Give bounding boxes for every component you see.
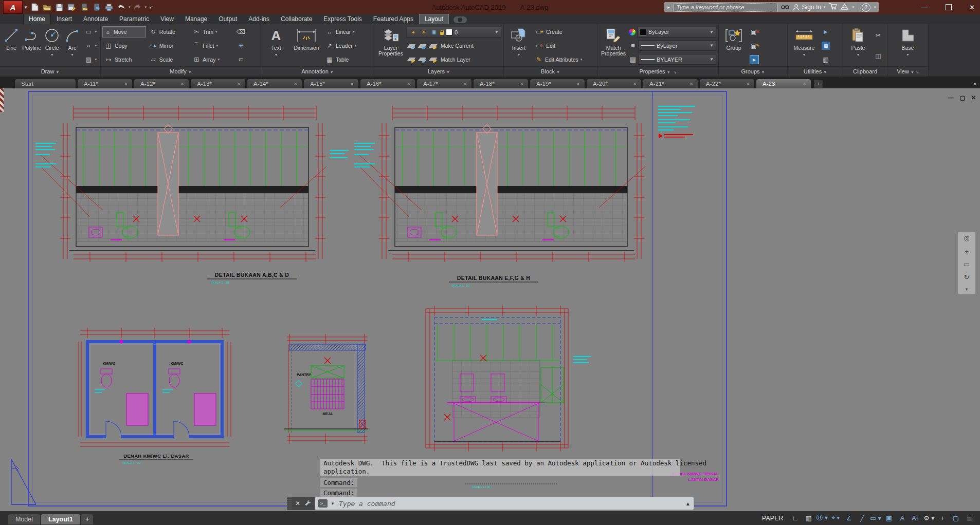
copy-button[interactable]: ◫Copy: [103, 41, 146, 51]
app-menu-caret-icon[interactable]: ▼: [24, 5, 28, 10]
file-tab-a20[interactable]: A-20*✕: [586, 79, 642, 88]
file-tab-a21[interactable]: A-21*✕: [643, 79, 698, 88]
ribbon-tab-layout[interactable]: Layout: [420, 14, 448, 24]
steering-wheel-icon[interactable]: ◎: [964, 234, 969, 242]
title-detail-efgh[interactable]: DETAIL BUKAAN E,F,G & H: [457, 275, 530, 281]
text-caret-icon[interactable]: ▼: [275, 52, 278, 58]
command-expand-icon[interactable]: ▲: [685, 501, 691, 507]
layer-select[interactable]: ● ☀ ▣ 0 ▼: [407, 27, 501, 38]
polar-icon[interactable]: ∠: [842, 513, 856, 523]
room-label-1[interactable]: KM/WC: [103, 362, 116, 365]
explode-button[interactable]: ✳: [235, 41, 259, 51]
scale-label-1[interactable]: SKALA 1 : 20: [211, 281, 229, 284]
layer-unisolate-icon[interactable]: [418, 58, 427, 61]
file-tab-a23[interactable]: A-23✕: [756, 79, 811, 88]
app-store-cart-icon[interactable]: [829, 3, 837, 12]
quick-calc-button[interactable]: ▦: [820, 41, 831, 51]
leader-button[interactable]: ↗Leader▾: [324, 41, 358, 51]
layer-lock-toggle-icon[interactable]: [429, 44, 438, 48]
plan-denah[interactable]: KM/WC KM/WC: [78, 328, 231, 446]
measure-button[interactable]: Measure ▼: [790, 25, 819, 66]
linetype-select[interactable]: BYLAYER ▼: [639, 54, 716, 65]
graphics-performance-icon[interactable]: ▢: [949, 513, 963, 523]
layer-off-icon[interactable]: [407, 58, 416, 61]
ribbon-tab-manage[interactable]: Manage: [180, 14, 212, 24]
command-customize-wrench-icon[interactable]: [304, 499, 312, 508]
stretch-button[interactable]: ↦Stretch: [103, 54, 146, 65]
properties-panel-label[interactable]: Properties ▼ ↘: [597, 66, 718, 77]
lineweight-select[interactable]: ByLayer ▼: [639, 40, 716, 51]
open-from-web-mobile-icon[interactable]: [79, 2, 89, 12]
insert-caret-icon[interactable]: ▼: [517, 52, 521, 58]
sheet-frame[interactable]: [28, 91, 727, 506]
navigation-bar[interactable]: ◎ + ▭ ↻ ▾: [957, 231, 976, 295]
layer-color-swatch[interactable]: [446, 29, 452, 35]
edit-block-button[interactable]: ▭✎Edit: [533, 41, 584, 51]
ribbon-tab-express-tools[interactable]: Express Tools: [318, 14, 367, 24]
match-properties-button[interactable]: Match Properties: [600, 25, 627, 66]
pan-icon[interactable]: +: [965, 248, 969, 255]
title-detail-abcd[interactable]: DETAIL BUKAAN A,B,C & D: [215, 272, 289, 278]
close-tab-icon[interactable]: ✕: [180, 81, 185, 87]
file-tab-a13[interactable]: A-13*✕: [190, 79, 246, 88]
layer-lock-icon[interactable]: [440, 32, 444, 35]
line-button[interactable]: Line: [2, 25, 21, 66]
undo-caret-icon[interactable]: ▾: [129, 5, 131, 9]
layer-unlock-icon[interactable]: [429, 58, 438, 61]
ribbon-tab-output[interactable]: Output: [213, 14, 242, 24]
annotation-monitor-icon[interactable]: +: [936, 513, 949, 523]
paste-caret-icon[interactable]: ▼: [857, 52, 860, 58]
ribbon-tab-collaborate[interactable]: Collaborate: [276, 14, 317, 24]
annotation-panel-label[interactable]: Annotation ▼: [261, 66, 374, 77]
dimension-button[interactable]: Dimension: [291, 25, 322, 66]
grid-icon[interactable]: ▦: [802, 513, 815, 523]
trim-button[interactable]: ✂Trim▾: [191, 27, 233, 37]
redo-caret-icon[interactable]: ▾: [144, 5, 147, 9]
ribbon-tab-addins[interactable]: Add-ins: [243, 14, 275, 24]
drawing-titles[interactable]: DETAIL BUKAAN A,B,C & D SKALA 1 : 20 DET…: [119, 272, 719, 489]
close-tab-icon[interactable]: ✕: [633, 81, 637, 87]
new-drawing-tab-button[interactable]: +: [813, 79, 823, 88]
scale-label-2[interactable]: SKALA 1 : 20: [451, 284, 470, 287]
undo-icon[interactable]: [116, 2, 126, 12]
file-tab-a16[interactable]: A-16*✕: [360, 79, 415, 88]
ribbon-tab-view[interactable]: View: [155, 14, 179, 24]
ribbon-tab-featured-apps[interactable]: Featured Apps: [368, 14, 419, 24]
meja-label[interactable]: MEJA: [322, 412, 332, 416]
legend[interactable]: [658, 106, 695, 138]
title-denah[interactable]: DENAH KM/WC LT. DASAR: [123, 453, 189, 459]
arc-caret-icon[interactable]: ▼: [70, 52, 74, 58]
plot-icon[interactable]: [104, 2, 114, 12]
circle-caret-icon[interactable]: ▼: [50, 52, 54, 58]
close-tab-icon[interactable]: ✕: [746, 81, 750, 87]
close-tab-icon[interactable]: ✕: [237, 81, 241, 87]
file-tab-a15[interactable]: A-15*✕: [303, 79, 359, 88]
orbit-icon[interactable]: ↻: [964, 273, 970, 281]
text-button[interactable]: A Text ▼: [263, 25, 289, 66]
doc-restore-icon[interactable]: ▢: [959, 95, 965, 101]
close-tab-icon[interactable]: ✕: [294, 81, 298, 87]
elevation-efgh[interactable]: [354, 106, 645, 262]
navbar-caret-icon[interactable]: ▾: [966, 287, 968, 292]
block-panel-label[interactable]: Block ▼: [504, 66, 597, 77]
layer-select-caret-icon[interactable]: ▼: [495, 30, 499, 34]
fillet-button[interactable]: ⌒Fillet▾: [191, 41, 233, 51]
layers-panel-label[interactable]: Layers ▼: [374, 66, 503, 77]
ungroup-button[interactable]: ▣✕: [748, 27, 761, 37]
maximize-button[interactable]: [946, 4, 952, 10]
close-tab-icon[interactable]: ✕: [350, 81, 354, 87]
group-button[interactable]: Group: [721, 25, 747, 66]
file-tab-start[interactable]: Start: [14, 79, 76, 88]
copy-clip-button[interactable]: ◫: [873, 51, 884, 61]
id-point-button[interactable]: ▥: [820, 54, 831, 65]
close-tab-icon[interactable]: ✕: [520, 81, 524, 87]
tab-overflow-icon[interactable]: »: [973, 83, 978, 86]
qat-customize-icon[interactable]: ▼̄: [149, 6, 152, 9]
close-tab-icon[interactable]: ✕: [407, 81, 411, 87]
zoom-icon[interactable]: ▭: [964, 260, 970, 268]
group-selection-toggle[interactable]: ▸: [748, 54, 761, 65]
ribbon-display-toggle[interactable]: [453, 16, 467, 23]
minimize-button[interactable]: —: [921, 4, 928, 11]
ribbon-tab-annotate[interactable]: Annotate: [78, 14, 113, 24]
layer-thaw-icon[interactable]: ☀: [420, 28, 428, 36]
